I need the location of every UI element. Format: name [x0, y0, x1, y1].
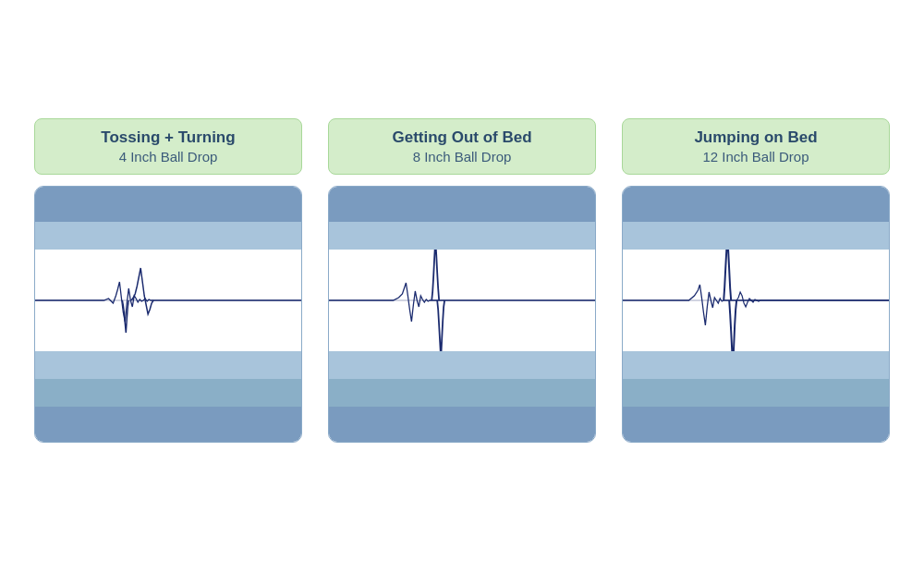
label-box-tossing: Tossing + Turning 4 Inch Ball Drop	[34, 118, 302, 175]
panel-title-tossing: Tossing + Turning	[50, 128, 286, 147]
label-box-jumping: Jumping on Bed 12 Inch Ball Drop	[622, 118, 890, 175]
panel-getting-out: Getting Out of Bed 8 Inch Ball Drop	[328, 118, 596, 443]
waveform-getting-out	[329, 250, 595, 351]
chart-jumping	[622, 186, 890, 443]
label-box-getting-out: Getting Out of Bed 8 Inch Ball Drop	[328, 118, 596, 175]
panel-subtitle-tossing: 4 Inch Ball Drop	[50, 149, 286, 165]
waveform-jumping	[623, 250, 889, 351]
panel-jumping: Jumping on Bed 12 Inch Ball Drop	[622, 118, 890, 443]
chart-getting-out	[328, 186, 596, 443]
chart-tossing	[34, 186, 302, 443]
waveform-tossing	[35, 250, 301, 351]
panel-title-getting-out: Getting Out of Bed	[344, 128, 580, 147]
main-container: Tossing + Turning 4 Inch Ball Drop	[0, 100, 924, 461]
panel-subtitle-getting-out: 8 Inch Ball Drop	[344, 149, 580, 165]
panel-tossing: Tossing + Turning 4 Inch Ball Drop	[34, 118, 302, 443]
panel-subtitle-jumping: 12 Inch Ball Drop	[638, 149, 874, 165]
panel-title-jumping: Jumping on Bed	[638, 128, 874, 147]
